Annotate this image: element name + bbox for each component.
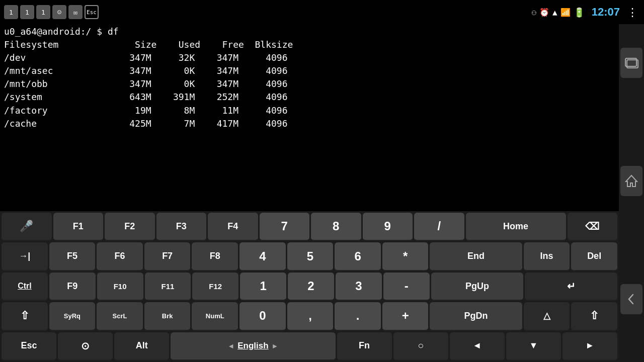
notification-icons: 1 1 1 ☺ ✉ Esc: [0, 5, 99, 19]
num7-key[interactable]: 7: [260, 213, 310, 241]
pgup2-key[interactable]: △: [524, 302, 570, 330]
overflow-menu-icon[interactable]: ⋮: [627, 6, 638, 19]
right-panel: [619, 0, 644, 362]
ins-key[interactable]: Ins: [524, 242, 570, 270]
terminal-row-obb: /mnt/obb 347M 0K 347M 4096: [4, 77, 615, 90]
enter-key[interactable]: ↵: [525, 273, 617, 301]
star-key[interactable]: *: [382, 242, 429, 270]
back-icon: [625, 293, 638, 306]
f8-key[interactable]: F8: [192, 242, 238, 270]
mic-key[interactable]: 🎤: [2, 213, 52, 241]
lang-right-arrow: ►: [272, 342, 279, 350]
kb-row-2: →| F5 F6 F7 F8 4 5 6 * End Ins Del: [2, 242, 617, 270]
esc-key[interactable]: Esc: [2, 332, 56, 360]
tab-key[interactable]: →|: [2, 242, 48, 270]
f10-key[interactable]: F10: [97, 273, 143, 301]
alarm-icon: ⏰: [539, 8, 549, 17]
home-key[interactable]: Home: [466, 213, 566, 241]
minus-key[interactable]: -: [383, 273, 430, 301]
num8-key[interactable]: 8: [311, 213, 361, 241]
terminal-row-dev: /dev 347M 32K 347M 4096: [4, 51, 615, 64]
comma-key[interactable]: ,: [287, 302, 334, 330]
pgdn-key[interactable]: PgDn: [430, 302, 522, 330]
num2-key[interactable]: 2: [288, 273, 334, 301]
pgup-key[interactable]: PgUp: [431, 273, 524, 301]
del-key[interactable]: Del: [571, 242, 617, 270]
shift-key[interactable]: ⇧: [2, 302, 48, 330]
f4-key[interactable]: F4: [208, 213, 258, 241]
circle-key[interactable]: ⊙: [58, 332, 113, 360]
notif-esc: Esc: [85, 5, 99, 19]
plus-key[interactable]: +: [382, 302, 429, 330]
lang-label: ◄ English ►: [227, 341, 278, 351]
kb-row-4: ⇧ SyRq ScrL Brk NumL 0 , . + PgDn △ ⇧: [2, 302, 617, 330]
notif-mail: ✉: [68, 5, 83, 19]
notif-3: 1: [36, 5, 50, 19]
battery-icon: 🔋: [574, 7, 585, 18]
num4-key[interactable]: 4: [239, 242, 286, 270]
lang-left-arrow: ◄: [227, 342, 234, 350]
num5-key[interactable]: 5: [287, 242, 334, 270]
kb-row-5: Esc ⊙ Alt ◄ English ► Fn ○ ◄ ▼ ►: [2, 332, 617, 360]
back-nav-button[interactable]: [620, 284, 642, 314]
num1-key[interactable]: 1: [240, 273, 286, 301]
alt-key[interactable]: Alt: [114, 332, 169, 360]
terminal-prompt: u0_a64@android:/ $ df: [4, 25, 615, 38]
terminal: u0_a64@android:/ $ df Filesystem Size Us…: [0, 0, 619, 211]
terminal-row-asec: /mnt/asec 347M 0K 347M 4096: [4, 64, 615, 77]
num9-key[interactable]: 9: [363, 213, 413, 241]
status-icons: ⚇ ⏰ ▲ 📶 🔋 12:07 ⋮: [531, 6, 638, 19]
f7-key[interactable]: F7: [144, 242, 191, 270]
svg-marker-2: [626, 175, 637, 187]
terminal-row-cache: /cache 425M 7M 417M 4096: [4, 117, 615, 130]
wifi-icon: ▲: [552, 8, 557, 17]
clock: 12:07: [592, 6, 620, 19]
backspace-key[interactable]: ⌫: [568, 213, 618, 241]
window-switcher-icon: [624, 57, 638, 68]
end-key[interactable]: End: [430, 242, 522, 270]
notif-1: 1: [4, 5, 18, 19]
nav-back-key[interactable]: ◄: [450, 332, 505, 360]
notif-2: 1: [20, 5, 34, 19]
dot-key[interactable]: .: [335, 302, 381, 330]
lang-key[interactable]: ◄ English ►: [171, 332, 335, 360]
status-bar: 1 1 1 ☺ ✉ Esc ⚇ ⏰ ▲ 📶 🔋 12:07 ⋮: [0, 0, 644, 24]
f2-key[interactable]: F2: [105, 213, 155, 241]
f1-key[interactable]: F1: [53, 213, 104, 241]
sysrq-key[interactable]: SyRq: [49, 302, 96, 330]
shift2-key[interactable]: ⇧: [571, 302, 617, 330]
num0-key[interactable]: 0: [239, 302, 286, 330]
nav-down-key[interactable]: ▼: [506, 332, 561, 360]
numl-key[interactable]: NumL: [192, 302, 238, 330]
notif-smiley: ☺: [52, 5, 66, 19]
signal-icon: 📶: [560, 8, 571, 17]
home-icon: [625, 174, 638, 188]
fn-key[interactable]: Fn: [337, 332, 392, 360]
keyboard: 🎤 F1 F2 F3 F4 7 8 9 / Home ⌫ →| F5 F6 F7…: [0, 211, 619, 362]
ctrl-key[interactable]: Ctrl: [2, 273, 48, 301]
scrl-key[interactable]: ScrL: [97, 302, 143, 330]
brk-key[interactable]: Brk: [144, 302, 191, 330]
kb-row-1: 🎤 F1 F2 F3 F4 7 8 9 / Home ⌫: [2, 213, 617, 241]
nav-forward-key[interactable]: ►: [562, 332, 617, 360]
home2-key[interactable]: ○: [393, 332, 448, 360]
num6-key[interactable]: 6: [335, 242, 381, 270]
window-switcher-button[interactable]: [620, 48, 642, 78]
num3-key[interactable]: 3: [336, 273, 382, 301]
f11-key[interactable]: F11: [145, 273, 191, 301]
f6-key[interactable]: F6: [97, 242, 143, 270]
f12-key[interactable]: F12: [192, 273, 238, 301]
f5-key[interactable]: F5: [49, 242, 96, 270]
f9-key[interactable]: F9: [49, 273, 96, 301]
bluetooth-icon: ⚇: [531, 8, 536, 17]
kb-row-3: Ctrl F9 F10 F11 F12 1 2 3 - PgUp ↵: [2, 273, 617, 301]
terminal-row-system: /system 643M 391M 252M 4096: [4, 90, 615, 104]
terminal-row-factory: /factory 19M 8M 11M 4096: [4, 104, 615, 117]
lang-text: English: [237, 341, 268, 351]
f3-key[interactable]: F3: [156, 213, 207, 241]
home-button[interactable]: [620, 166, 642, 196]
slash-key[interactable]: /: [414, 213, 464, 241]
terminal-header: Filesystem Size Used Free Blksize: [4, 38, 615, 51]
